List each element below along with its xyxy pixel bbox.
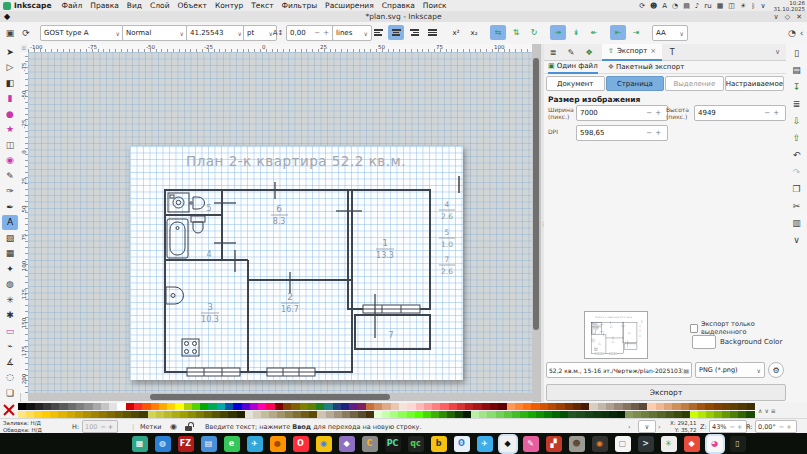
palette-swatch[interactable] [208, 403, 216, 410]
area-custom-button[interactable]: Настраиваемое [725, 76, 784, 91]
palette-swatch[interactable] [399, 403, 407, 410]
c-app-icon[interactable]: C [362, 436, 378, 452]
horizontal-kerning-button[interactable]: ⇆ [490, 25, 506, 40]
palette-swatch[interactable] [439, 411, 447, 418]
palette-swatch[interactable] [407, 411, 415, 418]
trash-icon[interactable]: ▯ [730, 436, 746, 452]
kde-plane-icon[interactable]: ✈ [477, 436, 493, 452]
palette-swatch[interactable] [576, 411, 584, 418]
keyboard-layout[interactable]: ru [704, 2, 711, 10]
browse-folder-icon[interactable]: ▤ [683, 367, 689, 374]
palette-swatch[interactable] [682, 411, 690, 418]
palette-swatch[interactable] [115, 411, 123, 418]
duplicate-icon[interactable]: ❐ [788, 181, 805, 197]
palette-swatch[interactable] [242, 403, 250, 410]
panel-collapse-icon[interactable]: ∨ [775, 48, 786, 56]
palette-swatch[interactable] [261, 411, 269, 418]
more-commands-icon[interactable]: ∨ [788, 232, 805, 248]
palette-swatch[interactable] [291, 403, 299, 410]
palette-swatch[interactable] [631, 403, 639, 410]
palette-swatch[interactable] [317, 411, 325, 418]
palette-swatch[interactable] [212, 411, 220, 418]
vertical-scrollbar-thumb[interactable] [533, 58, 539, 330]
palette-swatch[interactable] [300, 403, 308, 410]
palette-swatch[interactable] [148, 411, 156, 418]
extensions-dialog-icon[interactable]: ❖ [580, 48, 598, 57]
filename-input[interactable]: 52,2 кв.м., 15-16 эт./Чертеж/plan-202510… [546, 362, 692, 378]
menu-item-Файл[interactable]: Файл [58, 1, 87, 10]
palette-swatch[interactable] [123, 411, 131, 418]
palette-swatch[interactable] [666, 411, 674, 418]
toolbar-collapse-icon[interactable]: ‹ [797, 25, 806, 40]
palette-swatch[interactable] [233, 403, 241, 410]
palette-swatch[interactable] [250, 403, 258, 410]
palette-swatch[interactable] [581, 403, 589, 410]
palette-swatch[interactable] [490, 403, 498, 410]
palette-swatch[interactable] [507, 403, 515, 410]
palette-swatch[interactable] [18, 411, 26, 418]
palette-swatch[interactable] [689, 403, 697, 410]
no-color-swatch[interactable] [0, 402, 18, 418]
palette-swatch[interactable] [204, 411, 212, 418]
rotate-char-button[interactable]: ↻ [526, 25, 542, 40]
horizontal-scrollbar[interactable] [28, 393, 532, 401]
align-right-button[interactable] [406, 25, 422, 40]
palette-swatch[interactable] [471, 411, 479, 418]
undo-icon[interactable]: ↶ [788, 147, 805, 163]
palette-swatch[interactable] [473, 403, 481, 410]
calligraphy-tool[interactable]: ✒ [2, 199, 18, 215]
writing-horizontal-button[interactable]: ↠ [550, 25, 566, 40]
palette-swatch[interactable] [523, 403, 531, 410]
palette-swatch[interactable] [664, 403, 672, 410]
shape-builder-tool[interactable]: ◧ [2, 75, 18, 91]
user-icon[interactable]: ☻ [650, 2, 657, 10]
text-aa-select[interactable]: AA∨ [652, 25, 688, 41]
menu-item-Расширения[interactable]: Расширения [321, 1, 378, 10]
palette-swatch[interactable] [722, 403, 730, 410]
palette-swatch[interactable] [142, 403, 150, 410]
palette-swatch[interactable] [573, 403, 581, 410]
palette-swatch[interactable] [275, 403, 283, 410]
minus-plus-icons[interactable]: −+ [764, 109, 782, 117]
palette-swatch[interactable] [93, 403, 101, 410]
palette-swatch[interactable] [415, 411, 423, 418]
palette-swatch[interactable] [167, 403, 175, 410]
palette-swatch[interactable] [463, 411, 471, 418]
palette-swatch[interactable] [109, 403, 117, 410]
volume-icon[interactable]: ♪ [695, 2, 699, 10]
browser-sphere-icon[interactable]: ◍ [155, 436, 171, 452]
export-icon[interactable]: ⇧ [788, 130, 805, 146]
palette-swatch[interactable] [58, 411, 66, 418]
palette-swatch[interactable] [598, 403, 606, 410]
gradient-tool[interactable]: ▧ [2, 230, 18, 246]
palette-swatch[interactable] [614, 403, 622, 410]
checkbox-icon[interactable] [690, 324, 698, 333]
palette-swatch[interactable] [672, 403, 680, 410]
palette-swatch[interactable] [623, 403, 631, 410]
b-app-icon[interactable]: b [431, 436, 447, 452]
redo-icon[interactable]: ↷ [788, 164, 805, 180]
palette-swatch[interactable] [457, 403, 465, 410]
menu-item-Вид[interactable]: Вид [123, 1, 146, 10]
palette-swatch[interactable] [76, 403, 84, 410]
palette-swatch[interactable] [374, 411, 382, 418]
palette-swatch[interactable] [528, 411, 536, 418]
vertical-scrollbar[interactable] [532, 44, 540, 403]
palette-swatch[interactable] [589, 403, 597, 410]
palette-swatch[interactable] [35, 403, 43, 410]
pen-tool[interactable]: ✑ [2, 184, 18, 200]
palette-swatch[interactable] [552, 411, 560, 418]
palette-swatch[interactable] [714, 411, 722, 418]
palette-swatch[interactable] [84, 403, 92, 410]
palette-swatch[interactable] [536, 411, 544, 418]
paste-icon[interactable]: ▥ [788, 215, 805, 231]
palette-swatch[interactable] [91, 411, 99, 418]
palette-swatch[interactable] [440, 403, 448, 410]
tab-text[interactable]: T [662, 48, 682, 57]
palette-swatch[interactable] [374, 403, 382, 410]
menu-item-Справка[interactable]: Справка [378, 1, 419, 10]
menu-item-Объект[interactable]: Объект [174, 1, 211, 10]
align-center-button[interactable] [388, 25, 404, 40]
tray-expand-icon[interactable]: ∨ [760, 2, 765, 10]
layer-visibility-eye-icon[interactable]: ◉ [170, 422, 177, 431]
